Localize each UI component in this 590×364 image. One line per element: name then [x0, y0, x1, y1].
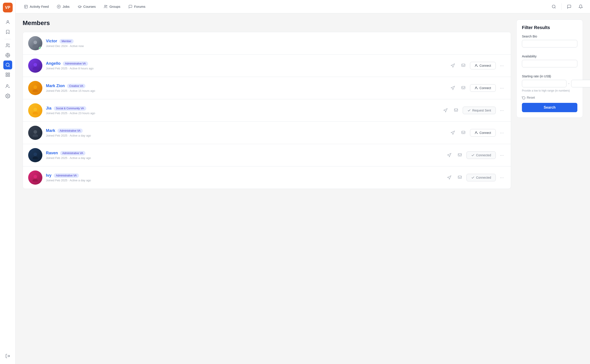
- member-meta: Joined Dec 2024 · Active now: [46, 44, 505, 48]
- svg-point-0: [7, 21, 8, 22]
- availability-input[interactable]: [522, 60, 577, 67]
- connect-button[interactable]: Connect: [470, 129, 496, 136]
- rate-hint: Provide a low to high range (in numbers): [522, 89, 577, 92]
- forums-icon: [128, 5, 132, 9]
- rate-separator: -: [568, 82, 569, 85]
- rate-high-input[interactable]: [571, 80, 590, 87]
- content-area: Members Victor Member Joined Dec: [15, 13, 590, 364]
- megaphone-icon[interactable]: [445, 151, 453, 159]
- more-options-button[interactable]: ···: [498, 107, 505, 114]
- groups-icon: [104, 5, 108, 9]
- member-name[interactable]: Victor: [46, 39, 57, 43]
- connected-button[interactable]: Connected: [466, 151, 496, 159]
- member-name[interactable]: Angello: [46, 61, 60, 66]
- svg-rect-32: [462, 64, 465, 67]
- reset-button[interactable]: Reset: [522, 96, 535, 99]
- more-options-button[interactable]: ···: [498, 84, 505, 91]
- member-actions: Connected ···: [445, 174, 505, 182]
- megaphone-icon[interactable]: [449, 62, 457, 70]
- member-name[interactable]: Mark: [46, 128, 55, 133]
- megaphone-icon[interactable]: [449, 129, 457, 137]
- member-actions: Connected ···: [445, 151, 505, 159]
- sidebar-item-settings[interactable]: [3, 91, 12, 100]
- reset-label: Reset: [527, 96, 535, 99]
- avatar: [28, 81, 42, 95]
- availability-label: Availability: [522, 55, 577, 58]
- messages-button[interactable]: [565, 3, 573, 11]
- more-options-button[interactable]: ···: [498, 174, 505, 181]
- avatar: [28, 36, 42, 50]
- nav-item-courses[interactable]: Courses: [74, 3, 99, 10]
- member-actions: Connect ···: [449, 129, 505, 137]
- member-badge: Administrative VA: [63, 61, 88, 66]
- svg-point-45: [33, 130, 37, 134]
- more-options-button[interactable]: ···: [498, 62, 505, 69]
- nav-item-forums[interactable]: Forums: [125, 3, 149, 10]
- sidebar-item-search[interactable]: [3, 60, 12, 69]
- svg-line-9: [9, 66, 10, 67]
- message-icon[interactable]: [456, 174, 464, 182]
- message-icon[interactable]: [456, 151, 464, 159]
- member-name-row: Mark Zion Creative VA: [46, 84, 445, 88]
- member-meta: Joined Feb 2025 · Active a day ago: [46, 134, 445, 137]
- member-name[interactable]: Jia: [46, 106, 52, 110]
- starting-rate-label: Starting rate (in US$): [522, 74, 577, 78]
- member-info: Jia Social & Community VA Joined Feb 202…: [46, 106, 438, 115]
- member-name-row: Victor Member: [46, 39, 505, 43]
- message-icon[interactable]: [459, 84, 467, 92]
- connect-button[interactable]: Connect: [470, 84, 496, 92]
- request-sent-button[interactable]: Request Sent: [463, 107, 496, 114]
- megaphone-icon[interactable]: [449, 84, 457, 92]
- members-section: Members Victor Member Joined Dec: [23, 20, 511, 358]
- more-options-button[interactable]: ···: [498, 152, 505, 159]
- sidebar-item-members[interactable]: [3, 41, 12, 50]
- svg-rect-44: [454, 109, 458, 111]
- member-name-row: Raven Administrative VA: [46, 151, 442, 156]
- rate-low-input[interactable]: [522, 80, 566, 87]
- svg-point-30: [33, 63, 37, 66]
- member-actions: Request Sent ···: [441, 106, 505, 114]
- sidebar-item-listings[interactable]: [3, 70, 12, 79]
- member-name-row: Angello Administrative VA: [46, 61, 445, 66]
- megaphone-icon[interactable]: [441, 106, 449, 114]
- more-options-button[interactable]: ···: [498, 129, 505, 136]
- search-bio-input[interactable]: [522, 40, 577, 47]
- member-name[interactable]: Raven: [46, 151, 58, 156]
- sidebar-item-admin[interactable]: [3, 51, 12, 60]
- top-nav: Activity Feed Jobs Courses Groups Forums: [15, 0, 590, 13]
- app-logo[interactable]: VP: [3, 3, 13, 13]
- sidebar-divider: [4, 39, 11, 39]
- online-indicator: [39, 47, 42, 50]
- member-name-row: Mark Administrative VA: [46, 128, 445, 133]
- connect-button[interactable]: Connect: [470, 62, 496, 69]
- activity-status: Active now: [70, 44, 84, 48]
- sidebar-item-logout[interactable]: [3, 351, 12, 360]
- jobs-icon: [57, 5, 61, 9]
- nav-label-activity-feed: Activity Feed: [30, 5, 49, 8]
- svg-point-24: [105, 5, 106, 6]
- table-row: Raven Administrative VA Joined Feb 2025 …: [23, 144, 511, 167]
- member-name[interactable]: Mark Zion: [46, 84, 65, 88]
- notifications-button[interactable]: [577, 3, 585, 11]
- megaphone-icon[interactable]: [445, 174, 453, 182]
- sidebar-item-bookmark[interactable]: [3, 27, 12, 36]
- avatar: [28, 148, 42, 162]
- message-icon[interactable]: [452, 106, 460, 114]
- sidebar-item-user-add[interactable]: [3, 82, 12, 91]
- connected-button[interactable]: Connected: [466, 174, 496, 181]
- nav-item-groups[interactable]: Groups: [100, 3, 123, 10]
- search-button[interactable]: [550, 3, 558, 11]
- avatar: [28, 103, 42, 117]
- svg-rect-13: [8, 75, 9, 77]
- member-name[interactable]: Ivy: [46, 173, 52, 178]
- filter-title: Filter Results: [522, 25, 577, 30]
- activity-feed-icon: [24, 5, 28, 9]
- message-icon[interactable]: [459, 129, 467, 137]
- message-icon[interactable]: [459, 62, 467, 70]
- svg-point-25: [106, 5, 107, 6]
- nav-item-jobs[interactable]: Jobs: [54, 3, 73, 10]
- nav-item-activity-feed[interactable]: Activity Feed: [21, 3, 52, 10]
- nav-label-jobs: Jobs: [63, 5, 70, 8]
- search-button[interactable]: Search: [522, 103, 577, 112]
- sidebar-item-profile[interactable]: [3, 18, 12, 26]
